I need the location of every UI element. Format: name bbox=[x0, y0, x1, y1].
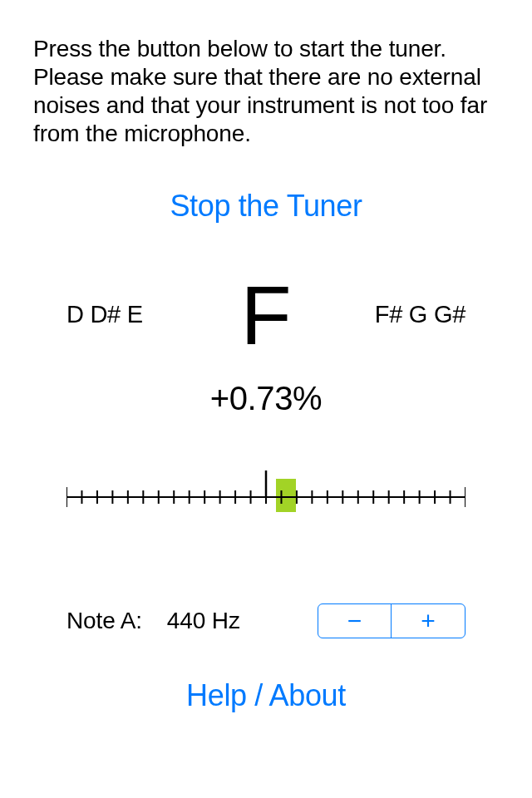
notes-left-label: D D# E bbox=[66, 301, 175, 328]
reference-row: Note A: 440 Hz − + bbox=[33, 603, 499, 638]
reference-stepper: − + bbox=[318, 603, 466, 638]
plus-icon: + bbox=[421, 608, 435, 633]
scale-axis bbox=[66, 470, 466, 517]
decrease-button[interactable]: − bbox=[318, 604, 392, 638]
toggle-tuner-button[interactable]: Stop the Tuner bbox=[33, 189, 499, 224]
help-about-button[interactable]: Help / About bbox=[33, 678, 499, 713]
reference-value: 440 Hz bbox=[167, 608, 240, 634]
notes-right-label: F# G G# bbox=[357, 301, 466, 328]
increase-button[interactable]: + bbox=[392, 604, 465, 638]
minus-icon: − bbox=[347, 608, 362, 633]
reference-label: Note A: bbox=[66, 608, 142, 634]
tuner-screen: Press the button below to start the tune… bbox=[0, 0, 532, 798]
current-note-label: F bbox=[241, 273, 292, 357]
tuning-scale bbox=[33, 470, 499, 517]
deviation-label: +0.73% bbox=[33, 380, 499, 417]
instructions-text: Press the button below to start the tune… bbox=[33, 35, 499, 149]
note-display-row: D D# E F F# G G# bbox=[33, 273, 499, 357]
